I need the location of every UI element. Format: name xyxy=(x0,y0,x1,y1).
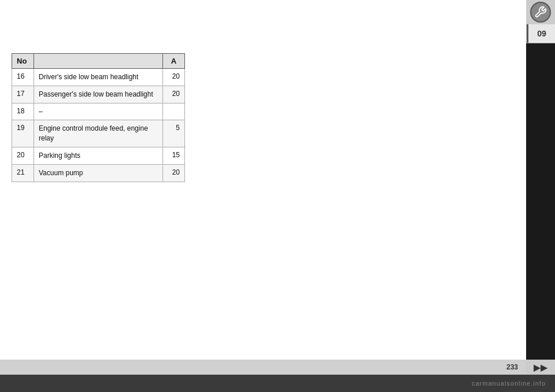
table-row: 17Passenger's side low beam headlight20 xyxy=(12,86,185,103)
col-header-a: A xyxy=(163,54,185,69)
cell-no: 21 xyxy=(12,164,34,182)
table-row: 19Engine control module feed, engine rel… xyxy=(12,120,185,147)
header-icon-area xyxy=(526,0,555,24)
cell-desc: Driver's side low beam headlight xyxy=(34,69,163,86)
table-row: 21Vacuum pump20 xyxy=(12,164,185,182)
table-row: 18– xyxy=(12,103,185,120)
cell-amps: 5 xyxy=(163,120,185,147)
cell-desc: Parking lights xyxy=(34,147,163,164)
cell-amps: 15 xyxy=(163,147,185,164)
next-arrow-icon: ▶▶ xyxy=(534,362,547,373)
cell-amps: 20 xyxy=(163,86,185,103)
wrench-icon xyxy=(530,2,551,23)
cell-amps xyxy=(163,103,185,120)
fuses-table: No A 16Driver's side low beam headlight2… xyxy=(12,53,185,182)
cell-amps: 20 xyxy=(163,164,185,182)
cell-no: 20 xyxy=(12,147,34,164)
logo-text: carmanualsonline.info xyxy=(472,380,546,387)
table-row: 16Driver's side low beam headlight20 xyxy=(12,69,185,86)
table-row: 20Parking lights15 xyxy=(12,147,185,164)
col-header-no: No xyxy=(12,54,34,69)
nav-next-button[interactable]: ▶▶ xyxy=(526,360,555,375)
page-num-bar: 233 xyxy=(0,360,526,375)
cell-no: 17 xyxy=(12,86,34,103)
cell-desc: Vacuum pump xyxy=(34,164,163,182)
cell-no: 16 xyxy=(12,69,34,86)
chapter-tab: 09 xyxy=(527,24,555,43)
cell-desc: Engine control module feed, engine relay xyxy=(34,120,163,147)
cell-desc: – xyxy=(34,103,163,120)
cell-no: 18 xyxy=(12,103,34,120)
bottom-bar: carmanualsonline.info xyxy=(0,375,555,392)
side-tab: 09 xyxy=(526,24,555,43)
fuses-table-wrapper: No A 16Driver's side low beam headlight2… xyxy=(12,53,185,182)
cell-desc: Passenger's side low beam headlight xyxy=(34,86,163,103)
cell-amps: 20 xyxy=(163,69,185,86)
cell-no: 19 xyxy=(12,120,34,147)
page-number: 233 xyxy=(506,363,518,371)
col-header-desc xyxy=(34,54,163,69)
